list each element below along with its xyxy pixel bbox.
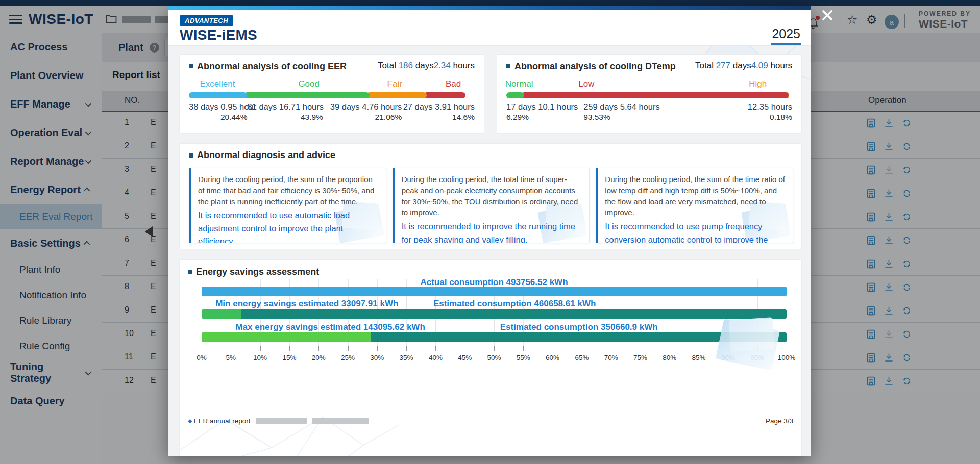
close-button[interactable] xyxy=(820,8,835,24)
axis-tick xyxy=(611,346,611,351)
chart-axis-ticks xyxy=(202,346,787,351)
dtemp-stat-high: 12.35 hours0.18% xyxy=(748,102,792,122)
dtemp-analysis-panel: Abnormal analysis of cooling DTemp Total… xyxy=(497,54,802,134)
axis-tick xyxy=(289,346,290,351)
bar-segment-estimated xyxy=(241,309,787,319)
axis-tick xyxy=(699,346,699,351)
eer-segment-labels: Excellent Good Fair Bad xyxy=(189,79,475,91)
axis-tick-label: 55% xyxy=(517,354,530,362)
previous-page-arrow[interactable] xyxy=(145,226,153,237)
axis-tick-label: 15% xyxy=(282,354,296,362)
energy-savings-panel: Energy savings assessment Actual consump… xyxy=(179,259,802,456)
axis-tick xyxy=(670,346,670,351)
eer-segment-stats: 38 days 0.95 hour20.44% 81 days 16.71 ho… xyxy=(189,102,475,124)
advice-recommendation: It is recommended to use pump frequency … xyxy=(605,220,786,243)
axis-tick-label: 65% xyxy=(575,354,589,362)
dtemp-label-normal: Normal xyxy=(505,79,533,89)
eer-segment-fair xyxy=(366,92,427,98)
dtemp-segment-normal xyxy=(506,92,524,98)
axis-tick-label: 25% xyxy=(341,354,355,362)
advice-card: During the cooling period, the total tim… xyxy=(393,168,590,243)
dtemp-stat-normal: 17 days 10.1 hours6.29% xyxy=(506,102,578,122)
eer-stat-excellent: 38 days 0.95 hour20.44% xyxy=(189,102,247,122)
eer-label-fair: Fair xyxy=(387,79,402,89)
chart-label: Estimated consumption 460658.61 kWh xyxy=(433,299,596,309)
axis-tick xyxy=(231,346,231,351)
footer-report-label: EER annual report xyxy=(193,417,250,425)
diamond-bullet-icon: ◆ xyxy=(188,418,192,424)
chart-bar-actual xyxy=(202,287,787,296)
dtemp-segment-bar xyxy=(506,92,792,98)
axis-tick xyxy=(406,346,407,351)
gridline xyxy=(787,279,787,351)
dtemp-segment-low xyxy=(521,92,789,98)
dtemp-label-high: High xyxy=(749,79,767,89)
eer-label-bad: Bad xyxy=(446,79,461,89)
eer-analysis-panel: Abnormal analysis of cooling EER Total 1… xyxy=(179,54,484,134)
eer-panel-title: Abnormal analysis of cooling EER xyxy=(189,61,347,72)
blurred-footer-text xyxy=(312,418,369,424)
advice-text: During the cooling period, the total tim… xyxy=(402,174,582,218)
modal-body: Abnormal analysis of cooling EER Total 1… xyxy=(168,46,811,456)
axis-tick-label: 60% xyxy=(546,354,559,362)
chart-label: Actual consumption 493756.52 kWh xyxy=(420,277,568,288)
diagnosis-panel: Abnormal diagnosis and advice During the… xyxy=(179,143,802,249)
square-bullet-icon xyxy=(189,64,193,68)
axis-tick xyxy=(318,346,319,351)
chart-bar-min-savings xyxy=(202,309,787,319)
advice-recommendation: It is recommended to use automatic load … xyxy=(198,209,379,243)
advice-text: During the cooling period, the sum of th… xyxy=(605,174,786,218)
eer-total: Total 186 days2.34 hours xyxy=(378,61,475,71)
advice-recommendation: It is recommended to improve the running… xyxy=(402,220,582,243)
energy-title: Energy savings assessment xyxy=(188,267,787,277)
page-indicator: Page 3/3 xyxy=(766,417,793,425)
axis-tick xyxy=(260,346,261,351)
diagnosis-title: Abnormal diagnosis and advice xyxy=(189,150,793,161)
dtemp-total: Total 277 days4.09 hours xyxy=(695,61,792,71)
dtemp-panel-title: Abnormal analysis of cooling DTemp xyxy=(506,61,676,72)
axis-tick xyxy=(641,346,641,351)
axis-tick xyxy=(465,346,465,351)
energy-chart: Actual consumption 493756.52 kWh Min ene… xyxy=(202,279,787,369)
modal-header: ADVANTECH WISE-iEMS 2025 xyxy=(168,10,811,46)
axis-tick-label: 75% xyxy=(633,354,647,362)
axis-tick-label: 5% xyxy=(226,354,236,362)
advice-text: During the cooling period, the sum of th… xyxy=(198,174,379,207)
advice-card: During the cooling period, the sum of th… xyxy=(189,168,386,243)
axis-tick-label: 10% xyxy=(253,354,267,362)
axis-tick xyxy=(348,346,349,351)
eer-stat-fair: 39 days 4.76 hours21.06% xyxy=(323,102,402,122)
product-name: WISE-iEMS xyxy=(180,27,811,43)
dtemp-segment-labels: Normal Low High xyxy=(506,79,792,91)
square-bullet-icon xyxy=(506,64,510,68)
dtemp-stat-low: 259 days 5.64 hours93.53% xyxy=(583,102,660,122)
eer-segment-bar xyxy=(189,92,475,98)
axis-tick-label: 35% xyxy=(400,354,413,362)
chart-axis-labels: 0%5%10%15%20%25%30%35%40%45%50%55%60%65%… xyxy=(202,354,787,364)
eer-label-excellent: Excellent xyxy=(200,79,235,89)
eer-segment-good xyxy=(244,92,370,98)
eer-label-good: Good xyxy=(298,79,320,89)
advice-card: During the cooling period, the sum of th… xyxy=(596,168,793,243)
square-bullet-icon xyxy=(189,153,193,158)
bar-segment-min-savings xyxy=(202,309,241,319)
dtemp-segment-stats: 17 days 10.1 hours6.29% 259 days 5.64 ho… xyxy=(506,102,792,124)
modal-accent-bar xyxy=(168,6,811,10)
advantech-logo: ADVANTECH xyxy=(180,15,233,26)
eer-report-modal: ADVANTECH WISE-iEMS 2025 Abnormal analys… xyxy=(168,6,811,456)
axis-tick xyxy=(377,346,378,351)
close-icon xyxy=(820,8,835,22)
axis-tick-label: 85% xyxy=(692,354,706,362)
axis-tick xyxy=(523,346,524,351)
modal-footer: ◆ EER annual report Page 3/3 xyxy=(188,413,793,425)
chart-label: Min energy savings estimated 33097.91 kW… xyxy=(215,299,398,309)
chart-label: Max energy savings estimated 143095.62 k… xyxy=(235,322,425,332)
bar-segment-max-savings xyxy=(202,332,371,342)
axis-tick-label: 0% xyxy=(197,354,207,362)
axis-tick-label: 45% xyxy=(458,354,472,362)
eer-segment-bad xyxy=(424,92,465,98)
axis-tick-label: 70% xyxy=(604,354,618,362)
axis-tick-label: 30% xyxy=(370,354,384,362)
axis-tick xyxy=(582,346,582,351)
axis-tick xyxy=(787,346,787,351)
